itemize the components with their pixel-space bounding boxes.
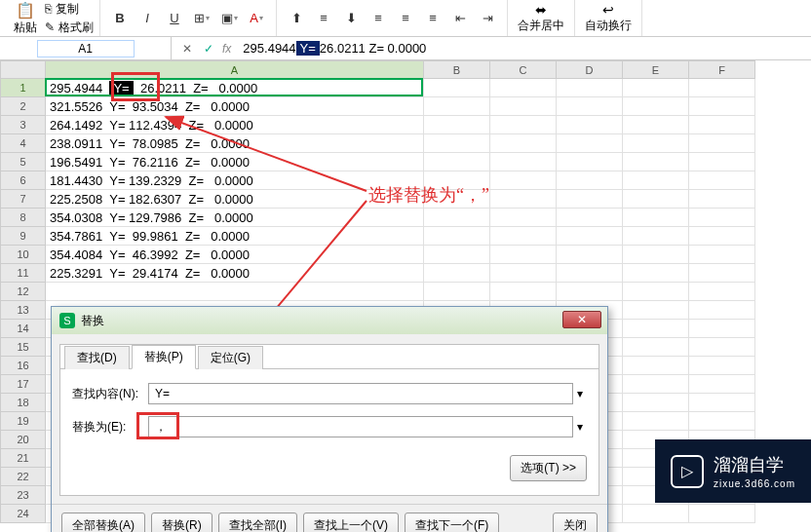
cell[interactable] [623,375,689,394]
cell[interactable] [689,190,755,209]
align-left-button[interactable]: ≡ [366,8,391,29]
cell[interactable] [623,505,689,523]
cell[interactable]: 354.7861 Y= 99.9861 Z= 0.0000 [46,227,424,246]
tab-find[interactable]: 查找(D) [64,346,130,369]
cell[interactable] [557,283,623,301]
row-header[interactable]: 18 [1,394,46,412]
cell[interactable]: 181.4430 Y= 139.2329 Z= 0.0000 [46,171,424,190]
cell[interactable]: 321.5526 Y= 93.5034 Z= 0.0000 [46,97,424,116]
row-header[interactable]: 2 [1,97,46,116]
cell[interactable] [424,227,490,246]
cell[interactable] [689,97,755,116]
replace-all-button[interactable]: 全部替换(A) [61,513,145,532]
cell[interactable] [689,412,755,431]
cell[interactable] [689,134,755,153]
find-next-button[interactable]: 查找下一个(F) [405,513,499,532]
col-header-E[interactable]: E [623,61,689,79]
row-header[interactable]: 19 [1,412,46,431]
cell[interactable] [424,246,490,264]
bold-button[interactable]: B [107,8,133,29]
paste-button[interactable]: 📋 粘贴 [10,1,41,36]
cell[interactable] [623,338,689,357]
cell[interactable]: 225.3291 Y= 29.4174 Z= 0.0000 [46,264,424,283]
select-all-corner[interactable] [1,61,46,79]
row-header[interactable]: 17 [1,375,46,394]
cell[interactable] [689,227,755,246]
row-header[interactable]: 15 [1,338,46,357]
cell[interactable]: 196.5491 Y= 76.2116 Z= 0.0000 [46,153,424,171]
cell[interactable] [557,264,623,283]
cell[interactable] [490,209,557,227]
cell[interactable] [689,171,755,190]
row-header[interactable]: 4 [1,134,46,153]
row-header[interactable]: 21 [1,449,46,468]
cell[interactable] [557,190,623,209]
row-header[interactable]: 7 [1,190,46,209]
cell[interactable] [490,134,557,153]
cell[interactable] [424,153,490,171]
align-bottom-button[interactable]: ⬇ [338,8,364,29]
cell[interactable]: 238.0911 Y= 78.0985 Z= 0.0000 [46,134,424,153]
align-right-button[interactable]: ≡ [420,8,445,29]
cell[interactable] [46,283,424,301]
cell[interactable]: 354.4084 Y= 46.3992 Z= 0.0000 [46,246,424,264]
cell[interactable] [623,116,689,134]
col-header-A[interactable]: A [46,61,424,79]
row-header[interactable]: 1 [1,79,46,97]
cell[interactable] [689,301,755,320]
format-painter-button[interactable]: ✎ 格式刷 [45,19,94,36]
copy-button[interactable]: ⎘ 复制 [45,1,94,18]
cell[interactable] [623,264,689,283]
cell[interactable] [689,246,755,264]
cell[interactable] [490,171,557,190]
cell[interactable] [689,357,755,375]
cell[interactable] [490,264,557,283]
replace-dropdown-icon[interactable]: ▾ [573,420,587,434]
merge-center-button[interactable]: ⬌ 合并居中 [514,2,568,34]
options-button[interactable]: 选项(T) >> [510,455,587,481]
cell[interactable] [557,97,623,116]
dialog-titlebar[interactable]: S 替换 ✕ [52,307,607,334]
cell[interactable] [490,116,557,134]
dialog-close-button[interactable]: ✕ [562,311,601,328]
row-header[interactable]: 23 [1,486,46,505]
row-header[interactable]: 5 [1,153,46,171]
cell[interactable] [623,171,689,190]
col-header-B[interactable]: B [424,61,490,79]
italic-button[interactable]: I [135,8,160,29]
cell[interactable] [424,134,490,153]
find-content-input[interactable] [148,383,573,404]
cell[interactable] [557,134,623,153]
row-header[interactable]: 24 [1,505,46,523]
cell[interactable] [424,209,490,227]
cell[interactable] [689,264,755,283]
cancel-edit-button[interactable]: ✕ [179,41,195,57]
row-header[interactable]: 20 [1,431,46,449]
cell[interactable] [623,412,689,431]
row-header[interactable]: 22 [1,468,46,486]
cell[interactable] [490,283,557,301]
tab-replace[interactable]: 替换(P) [132,345,196,369]
col-header-F[interactable]: F [689,61,755,79]
cell[interactable] [689,209,755,227]
row-header[interactable]: 11 [1,264,46,283]
cell[interactable] [557,227,623,246]
cell[interactable] [623,246,689,264]
row-header[interactable]: 14 [1,320,46,338]
cell[interactable]: 295.4944 Y= 26.0211 Z= 0.0000 [46,79,424,97]
cell[interactable] [689,394,755,412]
row-header[interactable]: 9 [1,227,46,246]
cell[interactable] [490,79,557,97]
row-header[interactable]: 8 [1,209,46,227]
cell[interactable] [490,153,557,171]
cell[interactable] [623,227,689,246]
row-header[interactable]: 10 [1,246,46,264]
cell[interactable] [557,171,623,190]
cell[interactable] [623,97,689,116]
cell[interactable] [490,97,557,116]
cell[interactable] [623,301,689,320]
cell[interactable] [557,209,623,227]
replace-with-input[interactable] [148,416,573,437]
font-color-button[interactable]: A [244,8,269,29]
cell[interactable] [424,97,490,116]
